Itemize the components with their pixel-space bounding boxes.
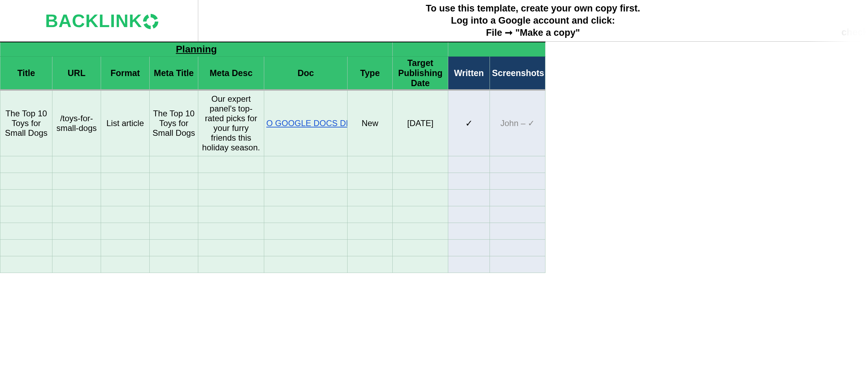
logo-area: BACKLINK xyxy=(0,0,198,41)
table-row[interactable] xyxy=(0,156,868,173)
col-written[interactable]: Written xyxy=(448,57,490,90)
section-empty-cell xyxy=(393,42,448,57)
instructions-line2: Log into a Google account and click: xyxy=(198,15,868,27)
col-meta-title[interactable]: Meta Title xyxy=(150,57,198,90)
table-row[interactable] xyxy=(0,256,868,273)
col-meta-desc[interactable]: Meta Desc xyxy=(198,57,264,90)
instructions-line1: To use this template, create your own co… xyxy=(198,2,868,15)
cell-target-date[interactable]: [DATE] xyxy=(393,90,448,156)
top-header-bar: BACKLINK To use this template, create yo… xyxy=(0,0,868,42)
logo-text: BACKLINK xyxy=(45,10,142,31)
instructions-text: To use this template, create your own co… xyxy=(198,2,868,39)
cell-screenshots[interactable]: John – ✓ xyxy=(490,90,545,156)
section-planning: Planning xyxy=(0,42,393,57)
table-row[interactable] xyxy=(0,206,868,223)
check-partial-text: check xyxy=(841,27,868,38)
col-type[interactable]: Type xyxy=(348,57,393,90)
col-target-date[interactable]: Target Publishing Date xyxy=(393,57,448,90)
col-format[interactable]: Format xyxy=(101,57,150,90)
table-row[interactable] xyxy=(0,240,868,256)
table-row[interactable]: The Top 10 Toys for Small Dogs /toys-for… xyxy=(0,90,868,156)
cell-meta-title[interactable]: The Top 10 Toys for Small Dogs xyxy=(150,90,198,156)
cell-url[interactable]: /toys-for-small-dogs xyxy=(52,90,101,156)
table-row[interactable] xyxy=(0,173,868,190)
cell-format[interactable]: List article xyxy=(101,90,150,156)
backlinko-logo: BACKLINK xyxy=(45,10,158,31)
col-url[interactable]: URL xyxy=(52,57,101,90)
column-header-row: Title URL Format Meta Title Meta Desc Do… xyxy=(0,57,868,90)
instructions-line3: File ➞ "Make a copy" xyxy=(198,27,868,39)
cell-title[interactable]: The Top 10 Toys for Small Dogs xyxy=(0,90,52,156)
col-title[interactable]: Title xyxy=(0,57,52,90)
section-header-row: Planning xyxy=(0,42,868,57)
content-planning-table[interactable]: Planning Title URL Format Meta Title Met… xyxy=(0,42,868,273)
cell-doc-link[interactable]: O GOOGLE DOCS DRAFT xyxy=(264,90,348,156)
cell-type[interactable]: New xyxy=(348,90,393,156)
col-screenshots[interactable]: Screenshots xyxy=(490,57,545,90)
table-row[interactable] xyxy=(0,190,868,206)
section-dark-cell xyxy=(448,42,545,57)
logo-o-icon xyxy=(143,14,158,29)
col-doc[interactable]: Doc xyxy=(264,57,348,90)
cell-written[interactable]: ✓ xyxy=(448,90,490,156)
vertical-divider xyxy=(198,0,198,41)
cell-meta-desc[interactable]: Our expert panel's top-rated picks for y… xyxy=(198,90,264,156)
table-row[interactable] xyxy=(0,223,868,240)
